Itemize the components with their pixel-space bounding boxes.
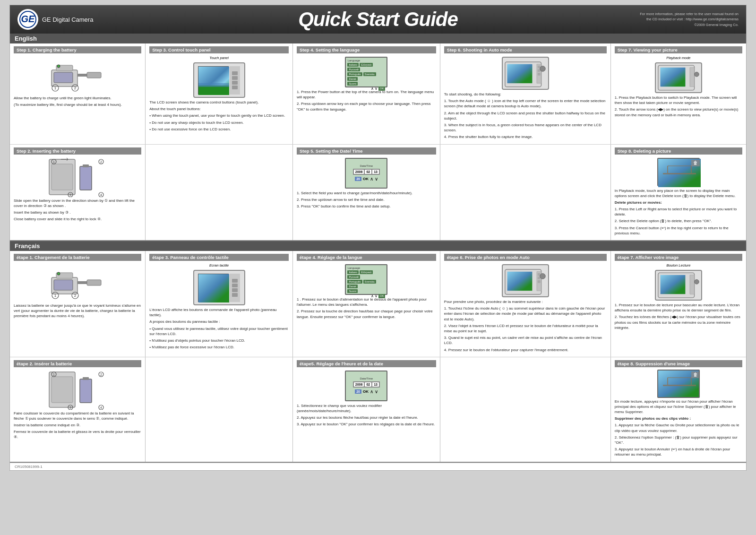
touch-panel-diagram [193,62,245,98]
camera-screen [198,66,229,95]
etape4-box: étape 4. Réglage de la langue Language I… [293,251,440,357]
svg-text:4: 4 [100,193,102,197]
step2-box: Step 2. Inserting the battery 1 [10,145,146,241]
svg-text:1: 1 [53,373,55,376]
header-info: For more information, please refer to th… [640,11,739,27]
fr-charging-diagram: 1 2 [47,263,108,301]
svg-point-22 [540,66,546,72]
fr-playback-label: Bouton Lecture [615,263,742,268]
svg-rect-49 [77,281,87,284]
step7-text: 1. Press the Playback button to switch t… [615,95,742,118]
svg-text:🗑: 🗑 [693,160,698,165]
fr-delete-diagram: 🗑 [657,370,700,398]
svg-rect-26 [690,68,695,86]
touch-panel-label: Touch panel [149,56,289,60]
step8-header: Step 8. Deleting a picture [615,147,742,155]
page: GE GE Digital Camera Quick Start Guide F… [9,5,747,471]
svg-text:2: 2 [74,86,77,90]
etape5-text: 1. Sélectionnez le champ que vous voulez… [297,403,436,427]
svg-text:3: 3 [69,406,71,409]
svg-rect-50 [87,280,101,285]
etape1-box: étape 1. Chargement de la batterie 1 [10,251,146,357]
fr-touch-label: Ecran tactile [149,263,289,268]
svg-rect-59 [507,272,532,291]
etape8-text: En mode lecture, appuyez n'importe où su… [615,399,742,457]
charging-diagram: 1 2 [47,56,108,94]
svg-rect-51 [54,280,73,290]
etape3-box: étape 3. Panneau de contrôle tactile Ecr… [146,251,293,357]
etape2-header: étape 2. Insérer la batterie [14,360,141,367]
svg-rect-29 [52,164,73,190]
date-fields: 2008 02 13 [353,169,380,175]
svg-rect-6 [54,72,73,83]
step6-box: Step 6. Shooting in Auto mode [440,43,611,144]
fr-camera-screen [198,274,229,302]
step4-box: Step 4. Setting the language Language It… [293,43,440,144]
svg-rect-30 [80,166,92,190]
step4-header: Step 4. Setting the language [297,46,436,53]
svg-text:3: 3 [69,193,71,197]
fr-touch-diagram [193,270,245,305]
step5-text: 1. Select the field you want to change (… [297,190,436,209]
svg-point-7 [57,65,60,68]
step1-header: Step 1. Charging the battery [14,46,141,53]
step1-text: Allow the battery to charge until the gr… [14,95,141,107]
svg-rect-72 [83,377,89,380]
etape6-header: étape 6. Prise de photos en mode Auto [444,254,607,261]
footer: CR105081999-1 [10,463,746,470]
svg-rect-4 [77,74,87,77]
step8-text: In Playback mode, touch any place on the… [615,188,742,236]
fr-language-screen: Language Italiano Ελληνικά Русский Portu… [345,264,387,295]
etape7-text: 1. Pressez sur le bouton de lecture pour… [615,302,742,330]
francais-label: Français [10,241,746,251]
step4-text: 1. Press the Power button at the top of … [297,89,436,112]
step7-box: Step 7. Viewing your picture Playback mo… [611,43,746,144]
svg-text:2: 2 [100,373,102,376]
english-section: English Step 1. Charging the battery [10,34,746,241]
etape5-box: étape5. Réglage de l'heure et de la date… [293,357,440,462]
etape4-text: 1 . Pressez sur le bouton d'alimentation… [297,297,436,319]
fr-date-fields: 2008 02 13 [353,381,380,388]
fr-control-panel [230,274,240,302]
svg-text:1: 1 [54,86,57,90]
language-screen: Language Italiano Ελληνικά Русский Portu… [345,57,387,87]
svg-rect-14 [198,83,229,87]
fr-step6-continuation [440,357,611,462]
etape2-box: étape 2. Insérer la batterie 1 2 [10,357,146,462]
francais-row2: étape 2. Insérer la batterie 1 2 [10,357,746,462]
playback-label: Playback mode [615,56,742,60]
touch-control-panel [230,66,240,95]
step3-box: Step 3. Control touch panel Touch panel [146,43,293,144]
etape3-header: étape 3. Panneau de contrôle tactile [149,254,289,261]
svg-rect-63 [538,280,541,283]
svg-rect-82 [663,385,696,386]
svg-rect-71 [80,379,92,403]
svg-rect-17 [507,64,532,83]
english-row2: Step 2. Inserting the battery 1 [10,144,746,241]
step5-box: Step 5. Setting the Date/ Time Date/Time… [293,145,440,241]
fr-playback-diagram [655,270,702,301]
svg-point-68 [694,280,699,285]
step7-header: Step 7. Viewing your picture [615,46,742,53]
etape6-text: Pour prendre une photo, procédez de la m… [444,299,607,353]
step3-header: Step 3. Control touch panel [149,46,289,53]
svg-text:2: 2 [74,293,77,298]
etape1-text: Laissez la batterie se charger jusqu'à c… [14,303,141,319]
date-screen: Date/Time 2008 02 13 20 OK ∧ ∨ [345,158,387,189]
step3-text: The LCD screen shows the camera control … [149,100,289,132]
svg-rect-21 [538,73,541,76]
page-title: Quick Start Guide [298,8,458,31]
svg-rect-25 [660,68,685,86]
english-label: English [10,34,746,43]
fr-shooting-diagram [502,264,549,297]
svg-rect-41 [663,173,696,174]
svg-rect-31 [83,164,89,167]
svg-point-52 [57,272,60,275]
francais-row1: étape 1. Chargement de la batterie 1 [10,251,746,357]
svg-text:2: 2 [100,160,102,164]
etape3-text: L'écran LCD affiche les boutons de comma… [149,307,289,350]
svg-rect-57 [198,274,229,302]
step6-text: To start shooting, do the following: 1. … [444,92,607,140]
ge-logo: GE [17,9,38,30]
english-row1: Step 1. Charging the battery [10,43,746,144]
